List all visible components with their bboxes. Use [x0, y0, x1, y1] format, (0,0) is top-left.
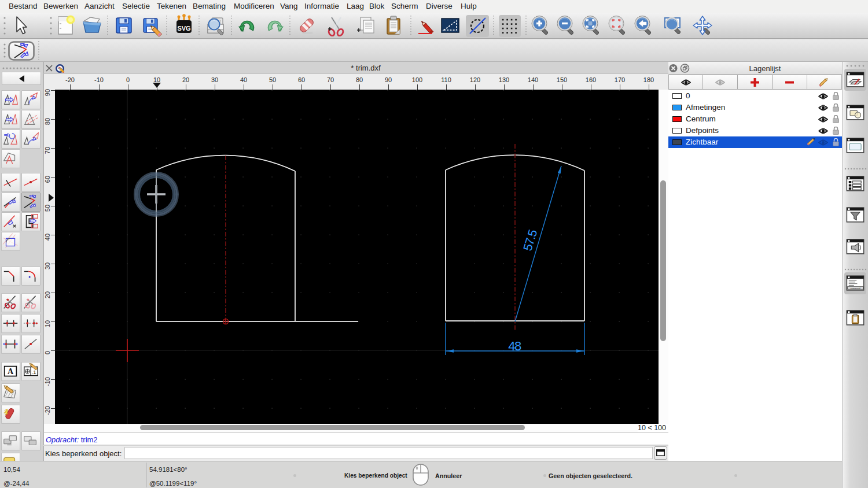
svg-text:command: command [850, 287, 860, 290]
svg-text:A: A [8, 367, 14, 376]
svg-text:SVG: SVG [177, 25, 190, 32]
svg-text:Lagenlijst: Lagenlijst [749, 64, 781, 73]
svg-text:* trim.dxf: * trim.dxf [351, 64, 381, 72]
svg-text:48: 48 [508, 339, 521, 353]
